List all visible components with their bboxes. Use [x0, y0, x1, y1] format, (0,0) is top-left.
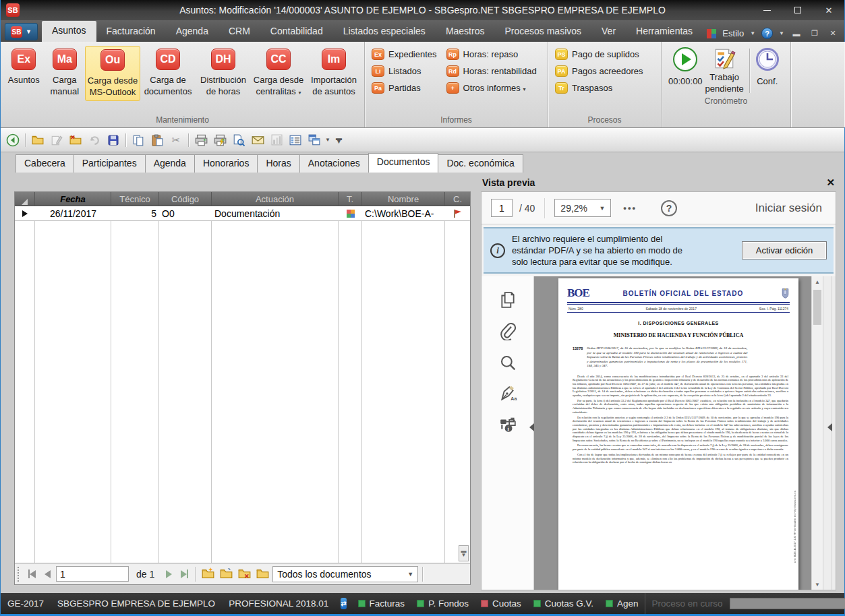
edit-record-button[interactable] [49, 132, 65, 148]
document-filter-select[interactable]: Todos los documentos ▼ [272, 566, 418, 582]
column-header-codigo[interactable]: Código [159, 192, 212, 206]
indicator-agenda[interactable]: Agen [600, 598, 645, 609]
scroll-up-icon[interactable]: ▲ [812, 276, 823, 287]
pdf-help-icon[interactable]: ? [661, 200, 677, 216]
indicator-cuotas-gv[interactable]: Cuotas G.V. [527, 598, 600, 609]
horas-repaso-button[interactable]: Rp Horas: repaso [446, 49, 537, 60]
asuntos-button[interactable]: Ex Asuntos [3, 46, 45, 88]
column-header-tipo[interactable]: T. [339, 192, 362, 206]
save-button[interactable] [105, 132, 121, 148]
carga-desde-ms-outlook-button[interactable]: Ou Carga desde MS-Outlook [85, 46, 140, 101]
cell-c[interactable] [445, 206, 470, 220]
close-button[interactable]: ✕ [813, 1, 844, 20]
column-header-c[interactable]: C. [445, 192, 470, 206]
chevron-down-icon[interactable]: ▼ [750, 30, 755, 36]
copy-button[interactable] [130, 132, 146, 148]
mdi-close-button[interactable]: ✕ [827, 29, 839, 38]
carga-de-documentos-button[interactable]: CD Carga de documentos [140, 46, 196, 100]
first-record-button[interactable] [25, 567, 38, 582]
minimize-button[interactable] [751, 1, 782, 20]
indicator-cuotas[interactable]: Cuotas [475, 598, 527, 609]
back-button[interactable] [5, 132, 21, 148]
attachments-icon[interactable] [498, 322, 517, 340]
menu-tab-asuntos[interactable]: Asuntos [42, 21, 96, 42]
pdf-scrollbar[interactable]: ▲ ▼ [811, 276, 823, 590]
cell-tecnico[interactable]: 5 [111, 206, 159, 220]
column-header-fecha[interactable]: Fecha [35, 192, 111, 206]
maximize-button[interactable] [782, 1, 813, 20]
pago-de-suplidos-button[interactable]: PS Pago de suplidos [555, 49, 643, 60]
delete-record-button[interactable]: ✕ [67, 132, 84, 148]
cell-actuacion[interactable]: Documentación [212, 206, 339, 220]
menu-tab-herramientas[interactable]: Herramientas [626, 22, 703, 42]
grid-corner[interactable] [15, 192, 35, 206]
close-preview-icon[interactable]: ✕ [826, 177, 835, 189]
export-info-icon[interactable] [498, 416, 517, 433]
pdf-zoom-select[interactable]: 29,2% ▼ [554, 199, 611, 217]
traspasos-button[interactable]: Tr Traspasos [555, 82, 643, 94]
style-palette-icon[interactable] [707, 29, 716, 38]
drag-handle[interactable] [18, 567, 21, 582]
menu-tab-maestros[interactable]: Maestros [436, 22, 495, 42]
horas-rentabilidad-button[interactable]: Rd Horas: rentabilidad [446, 65, 537, 77]
next-record-button[interactable] [162, 567, 175, 582]
help-icon[interactable]: ? [761, 28, 773, 39]
collapse-right-icon[interactable] [827, 423, 832, 431]
page-thumbnails-icon[interactable] [499, 291, 517, 309]
chevron-down-icon[interactable]: ▼ [779, 30, 784, 36]
scrollbar-thumb[interactable] [813, 290, 821, 325]
last-record-button[interactable] [177, 567, 191, 582]
folder-button[interactable] [254, 566, 270, 582]
indicator-facturas[interactable]: Facturas [352, 598, 411, 609]
row-selector[interactable] [15, 206, 35, 220]
mdi-minimize-button[interactable]: ▬ [790, 30, 803, 38]
carga-desde-centralitas-button[interactable]: CC Carga desde centralitas ▾ [251, 46, 306, 101]
quick-print-button[interactable] [212, 132, 228, 148]
collapse-left-icon[interactable] [529, 423, 534, 431]
record-number-input[interactable] [56, 566, 129, 582]
new-record-button[interactable] [30, 132, 46, 148]
chevron-down-icon[interactable]: ▼ [325, 137, 330, 143]
estilo-menu[interactable]: Estilo [722, 28, 744, 38]
tab-honorarios[interactable]: Honorarios [194, 154, 258, 173]
pdf-page-input[interactable] [491, 199, 513, 217]
print-button[interactable] [193, 132, 209, 148]
report-button[interactable] [268, 132, 285, 148]
open-document-button[interactable] [218, 566, 234, 582]
send-email-button[interactable] [250, 132, 266, 148]
cell-nombre[interactable]: C:\Work\BOE-A- [362, 206, 445, 220]
more-options-icon[interactable]: ••• [623, 203, 637, 213]
menu-tab-procesos-masivos[interactable]: Procesos masivos [494, 22, 591, 42]
grid-scroll-button[interactable]: ▬▼ [459, 545, 469, 561]
menu-tab-listados-especiales[interactable]: Listados especiales [333, 22, 436, 42]
menu-tab-facturacion[interactable]: Facturación [96, 22, 166, 42]
scroll-down-icon[interactable]: ▼ [812, 579, 823, 590]
pdf-viewer[interactable]: BOE BOLETÍN OFICIAL DEL ESTADO Núm. 280 … [534, 276, 811, 590]
column-header-nombre[interactable]: Nombre [362, 192, 445, 206]
cell-tipo[interactable] [339, 206, 362, 220]
sign-in-button[interactable]: Iniciar sesión [755, 202, 822, 215]
tab-anotaciones[interactable]: Anotaciones [299, 154, 369, 173]
column-header-actuacion[interactable]: Actuación [212, 192, 339, 206]
signature-pen-icon[interactable] [498, 385, 517, 402]
distribucion-de-horas-button[interactable]: DH Distribución de horas [196, 46, 251, 100]
tab-agenda[interactable]: Agenda [145, 154, 195, 173]
cell-fecha[interactable]: 26/11/2017 [35, 206, 111, 220]
activar-edicion-button[interactable]: Activar edición [742, 241, 827, 259]
tab-participantes[interactable]: Participantes [74, 154, 146, 173]
trabajo-pendiente-button[interactable]: Trabajo pendiente [705, 47, 744, 94]
otros-informes-button[interactable]: + Otros informes ▾ [446, 82, 537, 94]
toolbar-overflow-button[interactable]: ▬▼ [336, 137, 342, 144]
panel-collapse-strip[interactable] [823, 276, 836, 590]
delete-document-button[interactable]: ✕ [236, 566, 252, 582]
conf-button[interactable]: Conf. [755, 47, 780, 87]
expedientes-button[interactable]: Ex Expedientes [372, 49, 437, 60]
column-header-tecnico[interactable]: Técnico [111, 192, 159, 206]
mdi-restore-button[interactable]: ❐ [809, 29, 821, 38]
menu-tab-contabilidad[interactable]: Contabilidad [260, 22, 333, 42]
listados-button[interactable]: Li Listados [372, 65, 437, 77]
tab-cabecera[interactable]: Cabecera [16, 154, 74, 173]
menu-tab-agenda[interactable]: Agenda [166, 22, 218, 42]
tab-documentos[interactable]: Documentos [368, 153, 439, 173]
app-menu-button[interactable]: SB ▼ [5, 23, 38, 40]
